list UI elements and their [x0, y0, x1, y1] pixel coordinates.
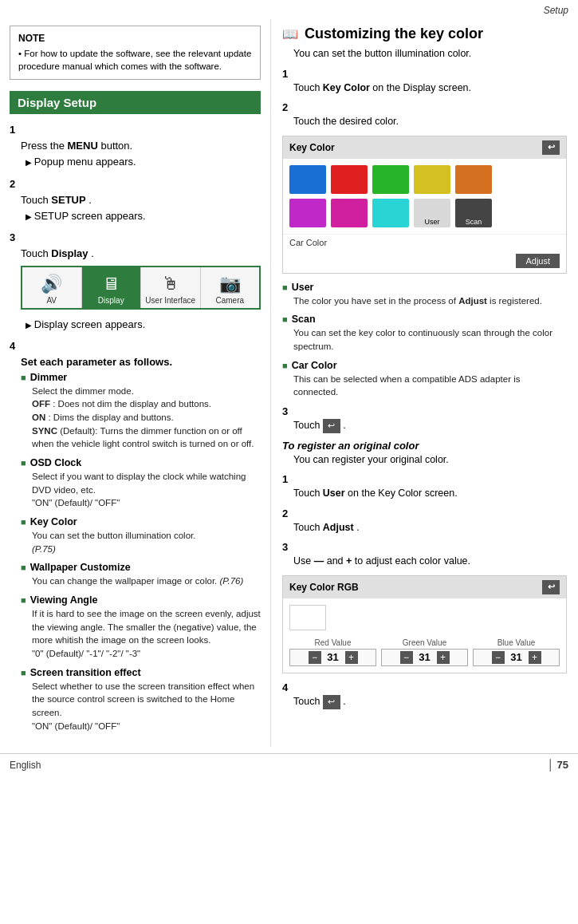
red-plus-button[interactable]: + [345, 651, 358, 664]
color-yellow[interactable] [414, 165, 450, 194]
sub-scan-body: You can set the key color to continuousl… [293, 326, 567, 353]
page-footer: English │ 75 [0, 753, 578, 776]
right-column: 📖 Customizing the key color You can set … [271, 19, 578, 747]
param-dimmer-body: Select the dimmer mode. OFF : Does not d… [32, 385, 261, 451]
param-key-color-title: Key Color [21, 516, 261, 527]
kc-panel-header: Key Color ↩ [283, 136, 566, 159]
param-wallpaper-body: You can change the wallpaper image or co… [32, 575, 261, 588]
step-4-content: Set each parameter as follows. Dimmer Se… [21, 355, 261, 732]
param-osd-clock: OSD Clock Select if you want to display … [21, 457, 261, 510]
blue-label: Blue Value [473, 638, 560, 647]
tab-camera[interactable]: 📷 Camera [201, 267, 260, 308]
color-cyan[interactable] [372, 199, 409, 227]
red-minus-button[interactable]: − [309, 651, 321, 664]
right-step-3-num: 3 [282, 405, 567, 417]
right-step-2-text: Touch the desired color. [293, 115, 567, 129]
param-screen-transition: Screen transition effect Select whether … [21, 667, 261, 733]
red-value: 31 [324, 651, 342, 663]
display-setup-header: Display Setup [10, 91, 261, 114]
sub-user-title: User [282, 282, 567, 293]
param-wallpaper: Wallpaper Customize You can change the w… [21, 562, 261, 588]
color-pink[interactable] [331, 199, 368, 227]
sub-user-body: The color you have set in the process of… [293, 294, 567, 308]
tab-av[interactable]: 🔊 AV [22, 267, 82, 308]
param-screen-transition-body: Select whether to use the screen transit… [32, 680, 261, 733]
register-intro: You can register your original color. [293, 453, 567, 468]
rgb-header-label: Key Color RGB [289, 582, 359, 593]
display-tab-row: 🔊 AV 🖥 Display 🖱 User Interface 📷 Camera [21, 266, 261, 310]
blue-minus-button[interactable]: − [492, 651, 505, 664]
green-label: Green Value [381, 638, 468, 647]
section-title-text: Customizing the key color [305, 26, 483, 42]
param-osd-title: OSD Clock [21, 457, 261, 468]
step-2-content: Touch SETUP . SETUP screen appears. [21, 193, 261, 223]
color-green[interactable] [372, 165, 409, 194]
adjust-button[interactable]: Adjust [516, 254, 560, 268]
note-text: • For how to update the software, see th… [18, 47, 252, 73]
param-dimmer: Dimmer Select the dimmer mode. OFF : Doe… [21, 372, 261, 451]
step-1-text: Press the MENU button. [21, 139, 261, 153]
green-controls: − 31 + [381, 649, 468, 666]
right-step-1-num: 1 [282, 68, 567, 80]
reg-step-2-num: 2 [282, 507, 567, 519]
right-step-4-text: Touch ↩ . [293, 695, 567, 709]
blue-controls: − 31 + [473, 649, 560, 666]
tab-ui-label: User Interface [145, 296, 195, 305]
blue-value: 31 [508, 651, 525, 663]
color-orange[interactable] [455, 165, 492, 194]
green-minus-button[interactable]: − [400, 651, 413, 664]
camera-icon: 📷 [204, 274, 257, 294]
sub-user: User The color you have set in the proce… [282, 282, 567, 308]
reg-step-1-text: Touch User on the Key Color screen. [293, 487, 567, 501]
reg-step-3-num: 3 [282, 541, 567, 553]
red-controls: − 31 + [289, 649, 376, 666]
note-label: NOTE [18, 33, 252, 44]
rgb-header: Key Color RGB ↩ [283, 576, 566, 598]
red-label: Red Value [289, 638, 376, 647]
green-plus-button[interactable]: + [437, 651, 450, 664]
kc-row-1 [289, 165, 560, 194]
reg-step-1-num: 1 [282, 473, 567, 485]
car-color-label: Car Color [289, 238, 327, 247]
step4-back-icon: ↩ [323, 695, 340, 709]
kc-row-2: User Scan [289, 199, 560, 227]
right-step-2-num: 2 [282, 101, 567, 113]
reg-step-2-text: Touch Adjust . [293, 521, 567, 535]
user-interface-icon: 🖱 [144, 274, 197, 294]
color-user[interactable]: User [414, 199, 450, 227]
kc-header-label: Key Color [289, 142, 335, 153]
blue-plus-button[interactable]: + [529, 651, 541, 664]
rgb-back-button[interactable]: ↩ [542, 580, 560, 594]
color-scan[interactable]: Scan [455, 199, 492, 227]
right-section-title: 📖 Customizing the key color [282, 26, 567, 42]
color-blue[interactable] [289, 165, 326, 194]
step-4-number: 4 [10, 340, 261, 352]
page-header: Setup [0, 0, 578, 19]
kc-car-color-row: Car Color [283, 234, 566, 251]
register-title: To register an original color [282, 440, 567, 452]
book-icon: 📖 [282, 26, 298, 41]
header-title: Setup [544, 5, 568, 16]
kc-back-button[interactable]: ↩ [542, 140, 560, 155]
sub-car-color: Car Color This can be selected when a co… [282, 360, 567, 399]
tab-display[interactable]: 🖥 Display [82, 267, 142, 308]
param-viewing-angle: Viewing Angle If it is hard to see the i… [21, 594, 261, 661]
kc-adjust-row: Adjust [283, 251, 566, 273]
footer-page-num: 75 [557, 759, 568, 771]
display-icon: 🖥 [85, 274, 138, 294]
param-dimmer-title: Dimmer [21, 372, 261, 383]
param-key-color-body: You can set the button illumination colo… [32, 529, 261, 555]
step-3-number: 3 [10, 231, 261, 243]
color-red[interactable] [331, 165, 368, 194]
param-wallpaper-title: Wallpaper Customize [21, 562, 261, 573]
step-3-text: Touch Display . [21, 247, 261, 261]
param-key-color: Key Color You can set the button illumin… [21, 516, 261, 555]
step-2-number: 2 [10, 178, 261, 190]
color-purple[interactable] [289, 199, 326, 227]
step-4-text: Set each parameter as follows. [21, 355, 261, 369]
sub-car-color-body: This can be selected when a compatible A… [293, 373, 567, 399]
right-step-4-num: 4 [282, 681, 567, 693]
rgb-panel: Key Color RGB ↩ Red Value − 31 + Green V… [282, 575, 567, 673]
tab-user-interface[interactable]: 🖱 User Interface [141, 267, 201, 308]
param-viewing-angle-body: If it is hard to see the image on the sc… [32, 607, 261, 661]
